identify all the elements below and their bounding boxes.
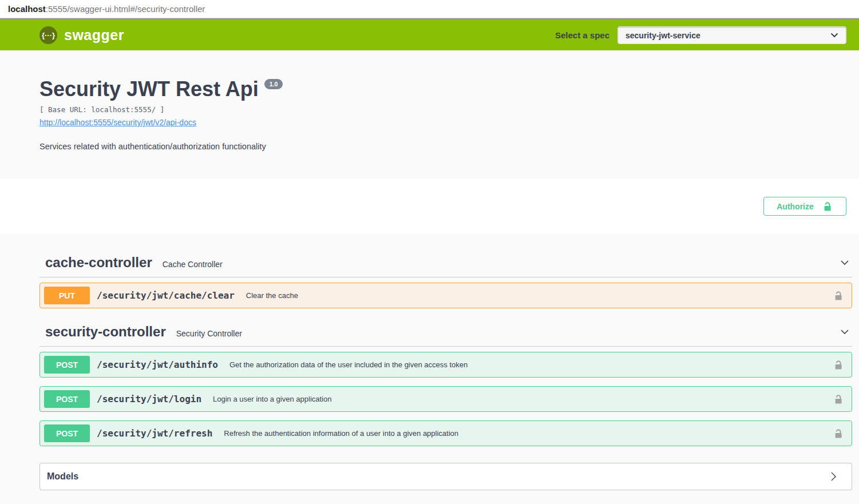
operation-row-put-cache-clear[interactable]: PUT /security/jwt/cache/clear Clear the … xyxy=(39,283,852,308)
operation-summary: Clear the cache xyxy=(246,291,298,300)
chevron-down-icon xyxy=(838,256,851,269)
tag-header-cache-controller[interactable]: cache-controller Cache Controller xyxy=(39,249,852,277)
operation-auth-button[interactable] xyxy=(833,394,844,404)
tag-subtitle: Security Controller xyxy=(176,329,242,338)
chevron-down-icon xyxy=(838,326,851,338)
tag-header-security-controller[interactable]: security-controller Security Controller xyxy=(39,319,852,347)
scheme-container: Authorize xyxy=(0,178,859,234)
tag-name: cache-controller xyxy=(45,254,152,271)
collapse-section-button[interactable] xyxy=(837,256,852,269)
unlock-icon xyxy=(833,428,844,439)
operations-area: cache-controller Cache Controller PUT /s… xyxy=(0,234,859,504)
version-badge: 1.0 xyxy=(264,79,283,89)
authorize-button[interactable]: Authorize xyxy=(763,197,846,216)
api-info-section: Security JWT Rest Api 1.0 [ Base URL: lo… xyxy=(0,50,859,178)
tag-name: security-controller xyxy=(45,323,166,340)
swagger-topbar: {···} swagger Select a spec security-jwt… xyxy=(0,20,859,50)
spec-select-label: Select a spec xyxy=(555,30,609,40)
operation-path: /security/jwt/login xyxy=(97,394,201,404)
tag-subtitle: Cache Controller xyxy=(163,260,223,269)
unlock-icon xyxy=(833,394,844,404)
chevron-right-icon xyxy=(828,470,839,483)
operation-summary: Login a user into a given application xyxy=(213,395,331,403)
browser-address-bar[interactable]: localhost:5555/swagger-ui.html#/security… xyxy=(0,0,859,18)
operation-auth-button[interactable] xyxy=(833,359,844,370)
spec-selector-group: Select a spec security-jwt-service xyxy=(555,26,846,44)
unlock-icon xyxy=(822,201,833,212)
brand-name: swagger xyxy=(64,27,124,43)
api-description: Services related with authentication/aut… xyxy=(39,142,852,151)
operation-row-post-authinfo[interactable]: POST /security/jwt/authinfo Get the auth… xyxy=(39,352,852,378)
operation-auth-button[interactable] xyxy=(833,290,844,301)
spec-select[interactable]: security-jwt-service xyxy=(617,26,846,44)
operation-row-post-login[interactable]: POST /security/jwt/login Login a user in… xyxy=(39,386,852,412)
unlock-icon xyxy=(833,359,844,370)
api-docs-link[interactable]: http://localhost:5555/security/jwt/v2/ap… xyxy=(39,118,196,127)
models-section-header[interactable]: Models xyxy=(39,463,852,490)
operation-path: /security/jwt/refresh xyxy=(97,428,212,439)
operation-row-post-refresh[interactable]: POST /security/jwt/refresh Refresh the a… xyxy=(39,420,852,446)
method-badge: POST xyxy=(44,390,90,408)
url-path: :5555/swagger-ui.html#/security-controll… xyxy=(46,4,205,14)
method-badge: POST xyxy=(44,356,90,374)
unlock-icon xyxy=(833,290,844,301)
base-url: [ Base URL: localhost:5555/ ] xyxy=(39,105,852,114)
method-badge: PUT xyxy=(44,287,90,304)
chevron-down-icon xyxy=(830,33,838,38)
url-host: localhost xyxy=(8,4,46,14)
method-badge: POST xyxy=(44,424,90,442)
authorize-label: Authorize xyxy=(777,202,814,211)
collapse-section-button[interactable] xyxy=(837,326,852,338)
operation-path: /security/jwt/authinfo xyxy=(97,359,218,370)
operation-summary: Get the authorization data of the user i… xyxy=(229,360,468,369)
page-title: Security JWT Rest Api xyxy=(39,78,259,101)
operation-path: /security/jwt/cache/clear xyxy=(97,290,235,301)
swagger-logo-icon: {···} xyxy=(39,26,57,44)
operation-summary: Refresh the authentication information o… xyxy=(224,429,458,438)
spec-select-value: security-jwt-service xyxy=(626,31,700,40)
swagger-brand-link[interactable]: {···} swagger xyxy=(39,26,124,44)
models-label: Models xyxy=(47,471,78,482)
operation-auth-button[interactable] xyxy=(833,428,844,439)
